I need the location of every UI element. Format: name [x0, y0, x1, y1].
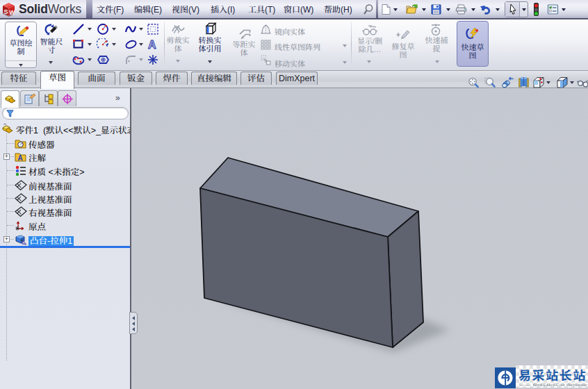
svg-text:S: S [3, 8, 8, 15]
svg-text:A: A [18, 154, 23, 162]
svg-text:W: W [9, 9, 15, 16]
svg-text:A: A [148, 39, 156, 51]
